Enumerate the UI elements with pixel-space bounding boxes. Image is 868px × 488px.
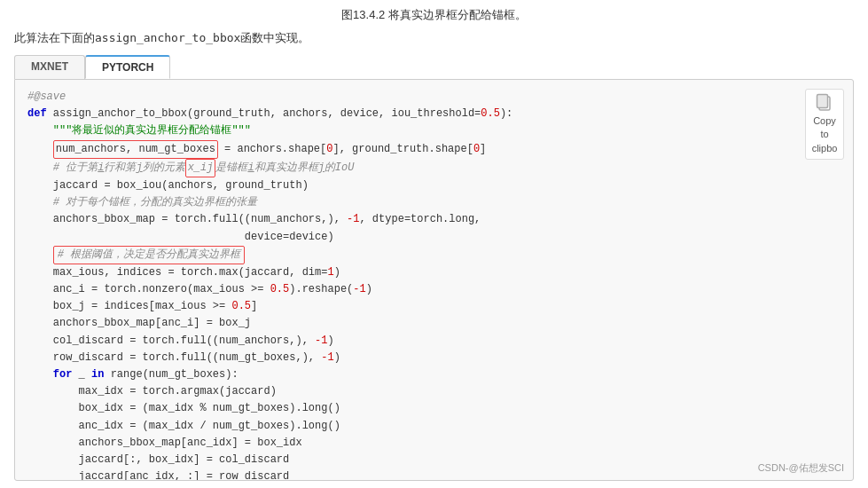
code-line-box-j: box_j = indices[max_ious >= 0.5] [27,298,841,315]
code-line-col-discard: col_discard = torch.full((num_anchors,),… [27,333,841,350]
code-line-row-discard: row_discard = torch.full((num_gt_boxes,)… [27,350,841,366]
tab-pytorch[interactable]: PYTORCH [85,55,170,79]
description-suffix: 函数中实现。 [240,31,309,44]
code-line-comment1: # 位于第i行和第j列的元素x_ij是锚框i和真实边界框j的IoU [27,159,841,177]
code-line-anc-idx: anc_idx = (max_idx / num_gt_boxes).long(… [27,418,841,435]
code-block[interactable]: #@save def assign_anchor_to_bbox(ground_… [15,80,853,480]
page-container: 图13.4.2 将真实边界框分配给锚框。 此算法在下面的assign_ancho… [0,0,868,488]
code-line-assign: anchors_bbox_map[anc_i] = box_j [27,315,841,332]
code-line-num-anchors: num_anchors, num_gt_boxes = anchors.shap… [27,140,841,159]
description-func: assign_anchor_to_bbox [95,31,240,44]
code-line-jaccard: jaccard = box_iou(anchors, ground_truth) [27,177,841,194]
code-line-bbox-map1: anchors_bbox_map = torch.full((num_ancho… [27,211,841,228]
code-line-docstring: """将最近似的真实边界框分配给锚框""" [27,122,841,139]
figure-caption: 图13.4.2 将真实边界框分配给锚框。 [14,7,854,23]
watermark: CSDN-@佑想发SCI [758,461,844,475]
tabs-row: MXNET PYTORCH [14,55,854,79]
code-line-save: #@save [27,89,841,106]
code-line-anc-i: anc_i = torch.nonzero(max_ious >= 0.5).r… [27,281,841,298]
code-line-bbox-map2: device=device) [27,229,841,246]
code-line-box-idx: box_idx = (max_idx % num_gt_boxes).long(… [27,400,841,417]
code-line-col: jaccard[:, box_idx] = col_discard [27,452,841,468]
code-line-for: for _ in range(num_gt_boxes): [27,366,841,383]
code-line-comment2: # 对于每个锚框，分配的真实边界框的张量 [27,194,841,211]
description: 此算法在下面的assign_anchor_to_bbox函数中实现。 [14,30,854,46]
code-line-map-assign: anchors_bbox_map[anc_idx] = box_idx [27,435,841,452]
code-line-row: jaccard[anc_idx, :] = row_discard [27,468,841,480]
code-line-def: def assign_anchor_to_bbox(ground_truth, … [27,106,841,122]
copy-button[interactable]: Copytoclipbo [805,89,844,160]
code-line-comment3: # 根据阈值，决定是否分配真实边界框 [27,246,841,264]
svg-rect-1 [817,95,828,108]
code-line-max-idx: max_idx = torch.argmax(jaccard) [27,383,841,400]
code-wrapper: #@save def assign_anchor_to_bbox(ground_… [14,79,854,481]
code-line-max-ious: max_ious, indices = torch.max(jaccard, d… [27,264,841,281]
copy-icon [816,93,833,113]
description-prefix: 此算法在下面的 [14,31,95,44]
tab-mxnet[interactable]: MXNET [14,55,85,79]
